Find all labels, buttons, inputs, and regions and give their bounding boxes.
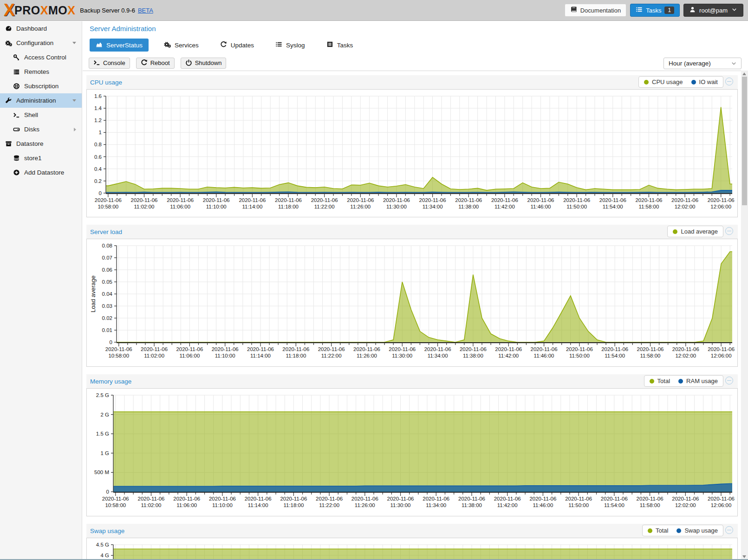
axis-tick-label: 2020-11-06	[280, 496, 307, 501]
axis-tick-label: 2020-11-06	[141, 346, 168, 352]
collapse-panel-icon[interactable]	[725, 526, 733, 534]
axis-tick-label: 2020-11-06	[209, 496, 236, 501]
axis-tick-label: 2020-11-06	[599, 197, 626, 203]
axis-tick-label: 1.2	[94, 117, 102, 123]
proxmox-x-icon: X	[4, 2, 14, 19]
sidebar-item-datastore[interactable]: Datastore	[0, 137, 82, 151]
legend-dot-icon	[648, 528, 652, 533]
axis-tick-label: 0	[110, 339, 112, 345]
axis-tick-label: 2020-11-06	[173, 496, 200, 501]
collapse-panel-icon[interactable]	[725, 377, 733, 384]
scrollbar-thumb[interactable]	[742, 77, 747, 205]
axis-tick-label: 2020-11-06	[212, 346, 239, 352]
legend-label: Load average	[681, 228, 718, 235]
chart-body: 1.61.41.210.80.60.40.202020-11-0610:58:0…	[86, 89, 738, 217]
scrollbar-up-arrow-icon[interactable]	[742, 72, 746, 75]
axis-tick-label: 11:42:00	[498, 353, 519, 358]
axis-tick-label: 0.07	[102, 255, 112, 260]
tab-label: Tasks	[337, 42, 353, 49]
documentation-button[interactable]: Documentation	[565, 4, 626, 17]
axis-tick-label: 11:34:00	[426, 502, 446, 508]
tab-updates[interactable]: Updates	[214, 39, 260, 52]
sidebar-item-disks[interactable]: Disks	[0, 122, 82, 137]
axis-tick-label: 11:30:00	[392, 353, 412, 358]
axis-tick-label: 2020-11-06	[347, 197, 374, 203]
console-button[interactable]: Console	[89, 58, 130, 69]
tab-label: Updates	[231, 42, 254, 49]
axis-tick-label: 11:42:00	[497, 502, 518, 508]
sidebar-item-shell[interactable]: Shell	[0, 108, 82, 122]
axis-tick-label: 11:30:00	[390, 502, 411, 508]
collapse-panel-icon[interactable]	[725, 227, 733, 235]
axis-tick-label: 2020-11-06	[708, 346, 735, 352]
axis-tick-label: 2020-11-06	[383, 197, 410, 203]
axis-tick-label: 11:58:00	[638, 204, 659, 209]
vertical-scrollbar[interactable]	[741, 71, 748, 560]
plus-circle-icon	[13, 169, 20, 176]
axis-tick-label: 2 G	[100, 412, 109, 417]
axis-tick-label: 0.01	[102, 327, 112, 333]
panel-header: Server loadLoad average	[86, 225, 738, 239]
collapse-panel-icon[interactable]	[725, 78, 733, 85]
shutdown-button[interactable]: Shutdown	[181, 58, 227, 69]
axis-tick-label: 2020-11-06	[387, 496, 414, 501]
panel-header: CPU usageCPU usageIO wait	[86, 75, 738, 89]
tasks-list-icon	[636, 6, 643, 14]
sidebar-item-subscription[interactable]: Subscription	[0, 79, 82, 93]
sidebar-item-store1[interactable]: store1	[0, 151, 82, 165]
beta-link[interactable]: BETA	[138, 7, 153, 14]
sidebar-item-configuration[interactable]: Configuration	[0, 36, 82, 50]
series-area-cpu-usage	[106, 107, 732, 193]
axis-tick-label: 0.04	[102, 291, 113, 297]
axis-tick-label: 2020-11-06	[565, 496, 592, 501]
sidebar-item-label: Remotes	[24, 68, 49, 75]
axis-tick-label: 2020-11-06	[460, 346, 487, 352]
sidebar-item-add-datastore[interactable]: Add Datastore	[0, 165, 82, 180]
key-icon	[13, 54, 20, 61]
sidebar-item-remotes[interactable]: Remotes	[0, 65, 82, 79]
sidebar-item-label: Subscription	[24, 83, 59, 90]
axis-tick-label: 12:02:00	[675, 204, 696, 209]
tab-serverstatus[interactable]: ServerStatus	[90, 39, 149, 52]
axis-tick-label: 11:46:00	[531, 204, 551, 209]
tab-tasks[interactable]: Tasks	[320, 39, 359, 52]
axis-tick-label: 11:46:00	[533, 502, 553, 508]
product-subtitle: Backup Server 0.9-6	[80, 7, 135, 14]
reboot-button[interactable]: Reboot	[136, 58, 175, 69]
panel-cpu-usage: CPU usageCPU usageIO wait1.61.41.210.80.…	[86, 75, 738, 217]
user-menu-button[interactable]: root@pam	[683, 4, 743, 17]
panel-header: Memory usageTotalRAM usage	[86, 374, 738, 388]
sidebar-item-dashboard[interactable]: Dashboard	[0, 21, 82, 36]
axis-tick-label: 11:06:00	[176, 502, 197, 508]
sidebar-item-administration[interactable]: Administration	[0, 93, 82, 108]
time-range-select[interactable]: Hour (average)	[663, 58, 741, 69]
sidebar-item-access-control[interactable]: Access Control	[0, 50, 82, 65]
axis-tick-label: 2020-11-06	[708, 197, 735, 203]
proxmox-wordmark: PROXMOX	[14, 5, 75, 16]
axis-tick-label: 2020-11-06	[247, 346, 274, 352]
axis-tick-label: 11:38:00	[458, 204, 479, 209]
axis-tick-label: 0.08	[102, 243, 112, 248]
proxmox-logo: X PROXMOX	[4, 2, 75, 19]
panel-title: Swap usage	[90, 527, 124, 534]
axis-tick-label: 2020-11-06	[389, 346, 416, 352]
axis-tick-label: 2020-11-06	[494, 496, 521, 501]
axis-tick-label: 10:58:00	[98, 204, 118, 209]
legend-dot-icon	[678, 379, 683, 384]
panel-title: Memory usage	[90, 378, 131, 385]
axis-tick-label: 11:38:00	[462, 502, 482, 508]
axis-tick-label: 11:14:00	[248, 502, 268, 508]
sidebar-item-label: store1	[24, 155, 42, 162]
legend-item: Swap usage	[676, 527, 718, 534]
tab-syslog[interactable]: Syslog	[269, 39, 311, 52]
sidebar-item-label: Configuration	[16, 39, 53, 46]
tasks-button[interactable]: Tasks 1	[630, 4, 680, 17]
axis-tick-label: 11:14:00	[242, 204, 262, 209]
legend-item: Total	[648, 527, 668, 534]
axis-tick-label: 2020-11-06	[527, 197, 554, 203]
scrollbar-down-arrow-icon[interactable]	[742, 555, 746, 558]
axis-tick-label: 11:18:00	[286, 353, 306, 358]
axis-tick-label: 11:34:00	[423, 204, 443, 209]
user-icon	[689, 6, 696, 14]
tab-services[interactable]: Services	[158, 39, 205, 52]
